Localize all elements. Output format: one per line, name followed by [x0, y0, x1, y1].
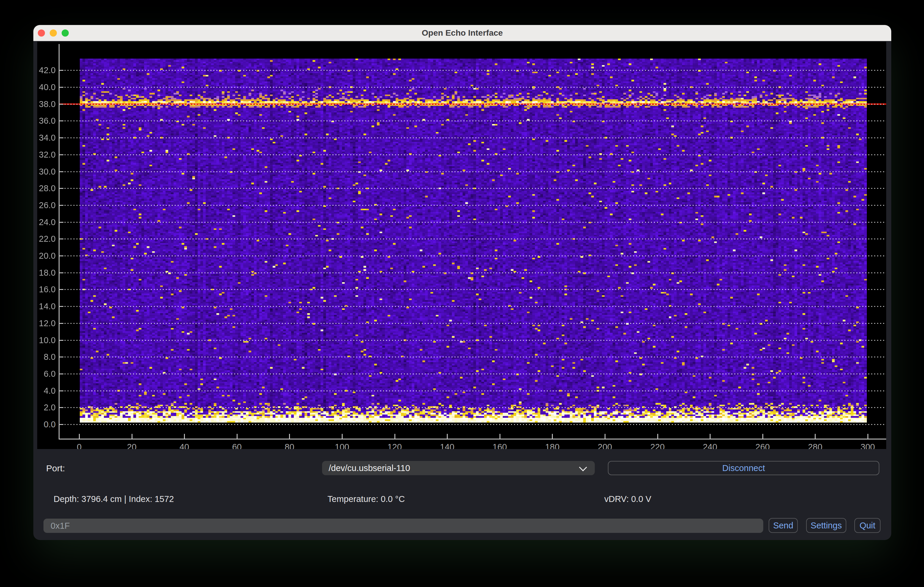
y-gridline [59, 70, 886, 71]
y-tick-label: 10.0 [37, 335, 56, 345]
y-tick-label: 32.0 [37, 150, 56, 159]
vdrv-status: vDRV: 0.0 V [604, 494, 651, 504]
x-tick-label: 300 [855, 442, 881, 449]
y-gridline [59, 238, 886, 239]
zoom-button[interactable] [62, 30, 69, 36]
y-gridline [59, 289, 886, 290]
y-gridline [59, 390, 886, 391]
y-tick-label: 12.0 [37, 318, 56, 328]
x-tick-label: 60 [224, 442, 250, 449]
quit-button[interactable]: Quit [854, 518, 881, 533]
y-tick-label: 26.0 [37, 200, 56, 210]
x-tick [500, 434, 500, 439]
x-tick-label: 40 [171, 442, 197, 449]
y-tick-label: 22.0 [37, 234, 56, 244]
y-gridline [59, 357, 886, 357]
x-tick [605, 434, 606, 439]
x-tick-label: 260 [749, 442, 776, 449]
x-tick [132, 434, 132, 439]
y-gridline [59, 171, 886, 172]
port-select-value: /dev/cu.usbserial-110 [328, 463, 410, 473]
y-tick-label: 2.0 [37, 402, 56, 413]
y-tick-label: 30.0 [37, 166, 56, 177]
y-gridline [59, 120, 886, 121]
x-tick-label: 220 [645, 442, 671, 449]
x-tick [868, 434, 868, 439]
y-gridline [59, 87, 886, 88]
y-gridline [59, 306, 886, 307]
send-button[interactable]: Send [769, 518, 798, 533]
x-tick [184, 434, 185, 439]
y-tick-label: 18.0 [37, 268, 56, 278]
y-gridline [59, 255, 886, 257]
x-tick [657, 434, 658, 439]
x-axis-line [59, 439, 886, 439]
y-tick-label: 38.0 [37, 99, 56, 109]
y-tick-label: 28.0 [37, 183, 56, 193]
echogram-heatmap [80, 59, 867, 423]
port-label: Port: [46, 463, 65, 474]
x-tick-label: 20 [119, 442, 145, 449]
minimize-button[interactable] [50, 30, 57, 36]
window-title: Open Echo Interface [422, 28, 503, 38]
title-bar: Open Echo Interface [33, 25, 891, 41]
x-tick [447, 434, 448, 439]
y-tick-label: 34.0 [37, 133, 56, 143]
command-input[interactable] [43, 519, 763, 533]
y-axis-line [59, 44, 59, 439]
x-tick-label: 100 [329, 442, 355, 449]
y-tick-label: 14.0 [37, 301, 56, 311]
y-tick-label: 8.0 [37, 352, 56, 362]
app-window: Open Echo Interface 0.02.04.06.08.010.01… [33, 25, 891, 540]
x-tick [289, 434, 290, 439]
x-tick-label: 240 [697, 442, 723, 449]
x-tick [815, 434, 816, 439]
settings-button[interactable]: Settings [806, 518, 846, 533]
x-tick [79, 434, 80, 439]
x-tick-label: 80 [276, 442, 302, 449]
temperature-status: Temperature: 0.0 °C [327, 494, 405, 504]
y-tick-label: 42.0 [37, 65, 56, 75]
y-gridline [59, 340, 886, 341]
y-tick-label: 36.0 [37, 116, 56, 126]
traffic-lights [38, 30, 69, 36]
x-tick-label: 0 [66, 442, 92, 449]
y-gridline [59, 272, 886, 273]
y-gridline [59, 222, 886, 223]
x-tick [552, 434, 553, 439]
x-tick [394, 434, 395, 439]
x-tick-label: 120 [382, 442, 408, 449]
close-button[interactable] [38, 30, 45, 36]
y-gridline [59, 104, 886, 105]
x-tick [342, 434, 343, 439]
echogram-panel: 0.02.04.06.08.010.012.014.016.018.020.02… [37, 42, 886, 449]
desktop-background: Open Echo Interface 0.02.04.06.08.010.01… [0, 0, 924, 587]
x-tick-label: 160 [487, 442, 513, 449]
y-tick-label: 6.0 [37, 369, 56, 379]
port-select[interactable]: /dev/cu.usbserial-110 [322, 461, 595, 475]
y-tick-label: 4.0 [37, 386, 56, 396]
x-tick [237, 434, 238, 439]
y-tick-label: 20.0 [37, 251, 56, 261]
depth-index-status: Depth: 3796.4 cm | Index: 1572 [54, 494, 174, 504]
x-tick-label: 200 [592, 442, 618, 449]
y-tick-label: 0.0 [37, 419, 56, 429]
x-tick [762, 434, 763, 439]
x-tick [710, 434, 711, 439]
y-gridline [59, 188, 886, 189]
x-tick-label: 180 [539, 442, 565, 449]
y-gridline [59, 424, 886, 425]
chevron-down-icon [579, 463, 587, 471]
y-gridline [59, 205, 886, 206]
y-gridline [59, 407, 886, 408]
disconnect-button[interactable]: Disconnect [608, 461, 879, 475]
y-gridline [59, 137, 886, 138]
x-tick-label: 140 [434, 442, 460, 449]
y-gridline [59, 373, 886, 374]
y-tick-label: 24.0 [37, 217, 56, 227]
y-gridline [59, 155, 886, 155]
y-tick-label: 16.0 [37, 284, 56, 294]
y-gridline [59, 323, 886, 324]
y-tick-label: 40.0 [37, 82, 56, 92]
x-tick-label: 280 [802, 442, 828, 449]
